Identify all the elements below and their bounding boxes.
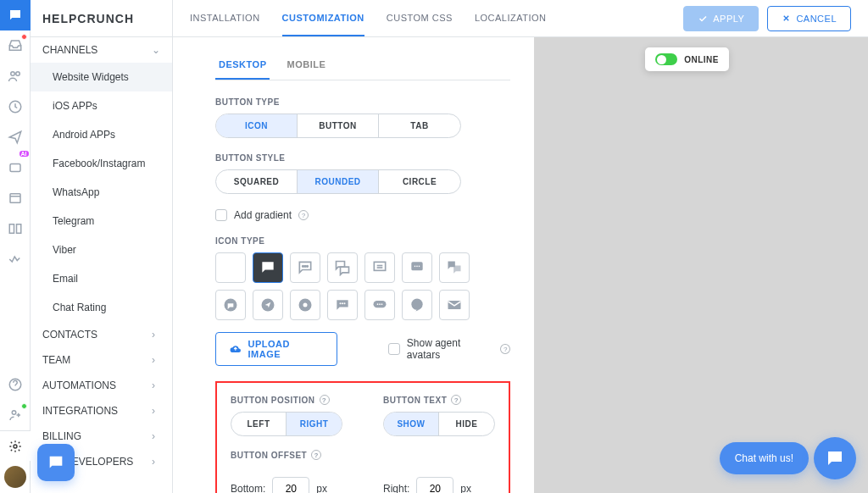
upload-image-button[interactable]: UPLOAD IMAGE <box>215 332 337 366</box>
svg-point-27 <box>377 303 379 305</box>
rail-knowledge[interactable] <box>0 213 31 244</box>
svg-point-22 <box>303 303 308 307</box>
rail-ai[interactable]: AI <box>0 152 31 183</box>
button-type-label: BUTTON TYPE <box>215 97 510 107</box>
svg-rect-3 <box>10 164 20 172</box>
cancel-button[interactable]: CANCEL <box>767 6 851 31</box>
icon-tile-chat-lines[interactable] <box>364 252 395 283</box>
icon-tile-bubble-wide[interactable] <box>364 290 395 320</box>
sidebar-item-ios[interactable]: iOS APPs <box>31 91 172 120</box>
svg-point-8 <box>14 445 17 448</box>
button-offset-label: BUTTON OFFSET <box>231 451 307 460</box>
show-avatars-checkbox[interactable] <box>388 343 400 355</box>
btn-style-circle[interactable]: CIRCLE <box>379 170 460 193</box>
btn-style-rounded[interactable]: ROUNDED <box>298 170 379 193</box>
svg-rect-12 <box>374 262 385 270</box>
help-icon[interactable]: ? <box>500 344 510 354</box>
sidebar-item-viber[interactable]: Viber <box>31 235 172 264</box>
svg-point-9 <box>303 266 304 268</box>
help-icon[interactable]: ? <box>311 450 321 460</box>
sidebar-item-email[interactable]: Email <box>31 264 172 293</box>
offset-bottom-label: Bottom: <box>231 483 265 493</box>
sidebar-item-whatsapp[interactable]: WhatsApp <box>31 178 172 207</box>
help-icon[interactable]: ? <box>320 395 330 405</box>
tab-installation[interactable]: INSTALLATION <box>190 1 260 36</box>
btn-type-tab[interactable]: TAB <box>379 114 460 137</box>
icon-tile-round-chat[interactable] <box>215 290 246 320</box>
icon-tile-chat-pair[interactable] <box>439 252 470 283</box>
pos-right[interactable]: RIGHT <box>287 413 342 435</box>
svg-point-18 <box>419 266 420 268</box>
rail-help[interactable] <box>0 369 31 400</box>
rail-window[interactable] <box>0 183 31 213</box>
svg-point-1 <box>15 72 19 76</box>
online-switch[interactable] <box>655 53 677 65</box>
rail-inbox[interactable] <box>0 30 31 61</box>
icon-tile-bubble-solid[interactable] <box>402 290 432 320</box>
sidebar-channels[interactable]: CHANNELS⌄ <box>31 37 172 63</box>
sidebar-contacts[interactable]: CONTACTS› <box>31 322 172 347</box>
rail-user-add[interactable] <box>0 400 31 430</box>
sidebar-item-rating[interactable]: Chat Rating <box>31 293 172 322</box>
chat-launcher-button[interactable] <box>814 437 856 479</box>
chat-with-us-pill[interactable]: Chat with us! <box>720 442 809 474</box>
rail-history[interactable] <box>0 91 31 122</box>
btn-type-button[interactable]: BUTTON <box>298 114 379 137</box>
icon-tile-chat-sq[interactable] <box>402 252 432 283</box>
subtab-mobile[interactable]: MOBILE <box>283 51 329 80</box>
subtab-desktop[interactable]: DESKTOP <box>215 51 270 80</box>
icon-tile-chat-fill[interactable] <box>253 252 283 283</box>
fab-chat[interactable] <box>37 444 75 481</box>
preview-pane: ONLINE Chat with us! <box>534 37 868 493</box>
btn-type-icon[interactable]: ICON <box>216 114 298 137</box>
chevron-right-icon: › <box>152 405 160 417</box>
svg-point-25 <box>344 302 346 304</box>
svg-rect-4 <box>10 194 20 203</box>
show-avatars-label: Show agent avatars <box>407 337 494 361</box>
text-hide[interactable]: HIDE <box>439 413 494 435</box>
icon-tile-headset[interactable] <box>290 290 320 320</box>
online-pill[interactable]: ONLINE <box>645 47 729 71</box>
help-icon[interactable]: ? <box>451 395 461 405</box>
rail-chat[interactable] <box>0 0 31 30</box>
btn-style-squared[interactable]: SQUARED <box>216 170 298 193</box>
sidebar-team[interactable]: TEAM› <box>31 347 172 373</box>
add-gradient-label: Add gradient <box>234 209 292 221</box>
icon-tile-chat-dots[interactable] <box>290 252 320 283</box>
icon-tile-blank[interactable] <box>215 252 246 283</box>
icon-tile-chat-double[interactable] <box>327 252 358 283</box>
svg-point-28 <box>379 303 381 305</box>
svg-point-24 <box>342 302 343 304</box>
tab-custom-css[interactable]: CUSTOM CSS <box>387 1 453 36</box>
icon-tile-send-circle[interactable] <box>253 290 283 320</box>
rail-reports[interactable] <box>0 244 31 274</box>
pos-left[interactable]: LEFT <box>231 413 287 435</box>
offset-right-input[interactable] <box>416 477 453 493</box>
rail-send[interactable] <box>0 122 31 152</box>
sidebar-automations[interactable]: AUTOMATIONS› <box>31 373 172 398</box>
icon-tile-mail[interactable] <box>439 290 470 320</box>
apply-button[interactable]: APPLY <box>683 6 759 31</box>
avatar[interactable] <box>4 466 26 488</box>
offset-bottom-input[interactable] <box>272 477 309 493</box>
svg-point-23 <box>340 302 342 304</box>
sidebar-item-android[interactable]: Android APPs <box>31 120 172 149</box>
svg-point-29 <box>381 303 383 305</box>
unit-px: px <box>316 483 327 493</box>
add-gradient-checkbox[interactable] <box>215 209 227 221</box>
sidebar-item-telegram[interactable]: Telegram <box>31 207 172 235</box>
rail-contacts[interactable] <box>0 61 31 91</box>
icon-tile-bubble-dots[interactable] <box>327 290 358 320</box>
text-show[interactable]: SHOW <box>384 413 439 435</box>
sidebar-item-widgets[interactable]: Website Widgets <box>31 63 172 91</box>
rail-settings[interactable] <box>0 430 31 461</box>
sidebar-integrations[interactable]: INTEGRATIONS› <box>31 398 172 424</box>
sidebar-item-fb[interactable]: Facebook/Instagram <box>31 149 172 178</box>
tab-localization[interactable]: LOCALIZATION <box>475 1 547 36</box>
tab-customization[interactable]: CUSTOMIZATION <box>282 1 364 36</box>
button-style-label: BUTTON STYLE <box>215 153 510 163</box>
chevron-right-icon: › <box>152 354 160 366</box>
svg-point-0 <box>10 72 14 76</box>
button-text-label: BUTTON TEXT <box>383 396 447 405</box>
help-icon[interactable]: ? <box>298 210 309 220</box>
